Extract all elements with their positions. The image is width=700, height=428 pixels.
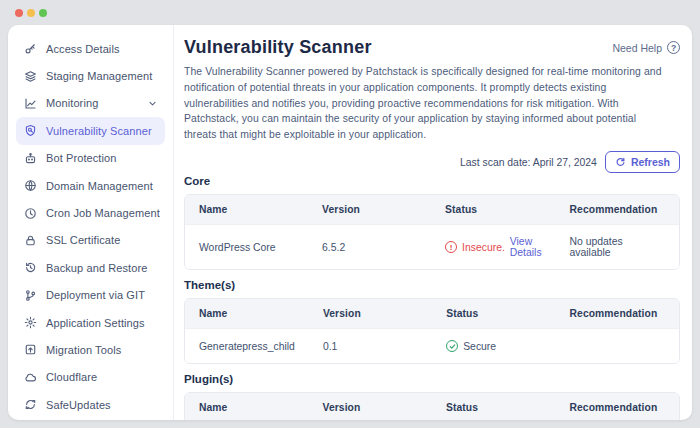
cell-status: Secure	[432, 328, 555, 363]
sidebar-item-monitoring[interactable]: Monitoring	[16, 90, 165, 117]
sidebar-item-cron-job-management[interactable]: Cron Job Management	[16, 199, 165, 226]
chevron-down-icon	[148, 99, 157, 108]
table-header-row: Name Version Status Recommendation	[185, 393, 679, 420]
plugins-table: Name Version Status Recommendation Ad In…	[184, 392, 680, 420]
themes-table: Name Version Status Recommendation Gener…	[184, 298, 680, 364]
last-scan-date: Last scan date: April 27, 2024	[460, 157, 597, 168]
cell-name: Generatepress_child	[185, 328, 309, 363]
sidebar-item-label: Backup and Restore	[46, 262, 147, 274]
sidebar-item-label: Deployment via GIT	[46, 289, 145, 301]
sidebar-item-bot-protection[interactable]: Bot Protection	[16, 145, 165, 172]
column-header-name: Name	[185, 299, 309, 328]
sidebar-item-staging-management[interactable]: Staging Management	[16, 62, 165, 89]
sidebar-navigation: Access Details Staging Management Monito…	[8, 25, 174, 420]
window-controls	[15, 9, 47, 17]
question-circle-icon: ?	[667, 41, 680, 54]
section-heading-core: Core	[184, 175, 680, 187]
chart-icon	[24, 97, 37, 110]
maximize-window-button[interactable]	[39, 9, 47, 17]
window-titlebar	[0, 0, 700, 25]
column-header-version: Version	[309, 393, 433, 420]
sidebar-item-backup-and-restore[interactable]: Backup and Restore	[16, 254, 165, 281]
sidebar-item-label: Migration Tools	[46, 344, 121, 356]
table-row: Generatepress_child 0.1 Secure	[185, 328, 679, 363]
sidebar-item-vulnerability-scanner[interactable]: Vulnerability Scanner	[16, 117, 165, 144]
section-heading-themes: Theme(s)	[184, 279, 680, 291]
refresh-button-label: Refresh	[631, 156, 670, 168]
page-title: Vulnerability Scanner	[184, 37, 372, 58]
minimize-window-button[interactable]	[27, 9, 35, 17]
cell-version: 6.5.2	[308, 224, 431, 269]
clock-icon	[24, 207, 37, 220]
column-header-version: Version	[308, 195, 431, 224]
shield-scan-icon	[24, 124, 37, 137]
gear-icon	[24, 316, 37, 329]
sidebar-item-label: Cloudflare	[46, 371, 97, 383]
sidebar-item-label: Cron Job Management	[46, 207, 160, 219]
column-header-name: Name	[185, 393, 309, 420]
column-header-status: Status	[432, 299, 555, 328]
sidebar-item-cloudflare[interactable]: Cloudflare	[16, 364, 165, 391]
column-header-status: Status	[432, 393, 556, 420]
need-help-link[interactable]: Need Help ?	[612, 41, 680, 54]
column-header-recommendation: Recommendation	[556, 299, 679, 328]
column-header-name: Name	[185, 195, 308, 224]
sidebar-item-application-settings[interactable]: Application Settings	[16, 309, 165, 336]
core-table: Name Version Status Recommendation WordP…	[184, 194, 680, 270]
app-window: Access Details Staging Management Monito…	[8, 25, 692, 420]
table-header-row: Name Version Status Recommendation	[185, 195, 679, 224]
robot-icon	[24, 152, 37, 165]
column-header-version: Version	[309, 299, 432, 328]
history-icon	[24, 261, 37, 274]
table-header-row: Name Version Status Recommendation	[185, 299, 679, 328]
layers-icon	[24, 70, 37, 83]
secure-check-icon	[446, 340, 458, 352]
section-heading-plugins: Plugin(s)	[184, 373, 680, 385]
column-header-recommendation: Recommendation	[556, 393, 680, 420]
git-branch-icon	[24, 289, 37, 302]
sidebar-item-ssl-certificate[interactable]: SSL Certificate	[16, 227, 165, 254]
migration-box-icon	[24, 343, 37, 356]
refresh-icon	[615, 157, 626, 168]
sync-icon	[24, 398, 37, 411]
sidebar-item-label: Bot Protection	[46, 152, 117, 164]
column-header-recommendation: Recommendation	[556, 195, 679, 224]
sidebar-item-safeupdates[interactable]: SafeUpdates	[16, 391, 165, 418]
sidebar-item-deployment-via-git[interactable]: Deployment via GIT	[16, 282, 165, 309]
cell-version: 0.1	[309, 328, 432, 363]
main-content: Vulnerability Scanner Need Help ? The Vu…	[174, 25, 692, 420]
sidebar-item-domain-management[interactable]: Domain Management	[16, 172, 165, 199]
view-details-link[interactable]: View Details	[510, 236, 542, 258]
insecure-alert-icon: !	[445, 241, 457, 253]
sidebar-item-label: Access Details	[46, 43, 120, 55]
globe-icon	[24, 179, 37, 192]
sidebar-item-label: SSL Certificate	[46, 234, 120, 246]
sidebar-item-label: Vulnerability Scanner	[46, 125, 152, 137]
need-help-label: Need Help	[612, 42, 662, 54]
page-description: The Vulnerability Scanner powered by Pat…	[184, 64, 666, 143]
cell-recommendation: No updates available	[556, 224, 679, 269]
sidebar-item-access-details[interactable]: Access Details	[16, 35, 165, 62]
sidebar-item-label: Monitoring	[46, 97, 98, 109]
cell-recommendation	[556, 328, 679, 363]
cloud-icon	[24, 371, 37, 384]
sidebar-item-label: Staging Management	[46, 70, 152, 82]
cell-status: ! Insecure. View Details	[431, 224, 556, 269]
key-icon	[24, 42, 37, 55]
sidebar-item-label: SafeUpdates	[46, 399, 111, 411]
lock-icon	[24, 234, 37, 247]
refresh-button[interactable]: Refresh	[605, 151, 680, 173]
close-window-button[interactable]	[15, 9, 23, 17]
cell-name: WordPress Core	[185, 224, 308, 269]
table-row: WordPress Core 6.5.2 ! Insecure. View De…	[185, 224, 679, 269]
status-text: Insecure.	[462, 242, 505, 253]
sidebar-item-label: Application Settings	[46, 317, 145, 329]
column-header-status: Status	[431, 195, 556, 224]
status-text: Secure	[463, 341, 496, 352]
sidebar-item-label: Domain Management	[46, 180, 153, 192]
sidebar-item-migration-tools[interactable]: Migration Tools	[16, 336, 165, 363]
